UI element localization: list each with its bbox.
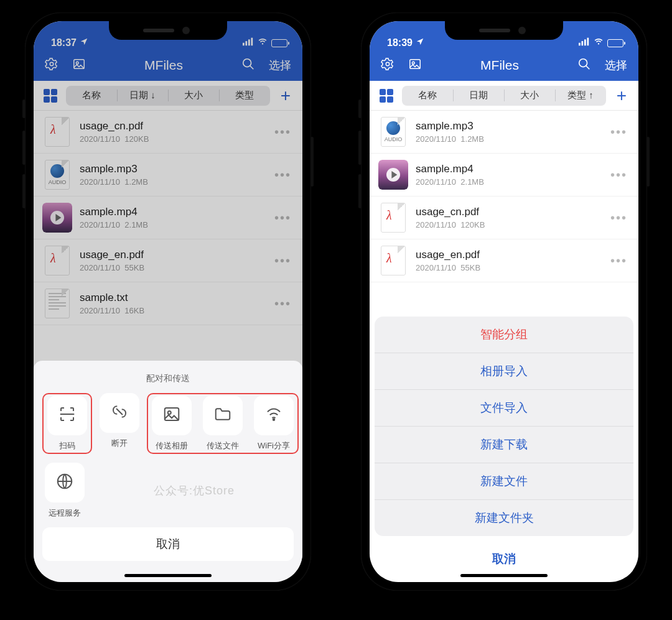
- sort-type[interactable]: 类型 ↑: [555, 86, 606, 105]
- file-row[interactable]: sample.mp4 2020/11/10 2.1MB •••: [370, 154, 638, 197]
- action-item[interactable]: 新建下载: [375, 427, 633, 463]
- nav-bar: MFiles 选择: [370, 50, 638, 81]
- send-photos-option[interactable]: 传送相册: [149, 396, 194, 451]
- wifi-share-label: WiFi分享: [258, 440, 290, 451]
- send-photos-label: 传送相册: [156, 440, 188, 451]
- app-title: MFiles: [480, 58, 519, 73]
- status-time: 18:39: [387, 37, 413, 49]
- sort-row: 名称 日期 大小 类型 ↑ +: [370, 81, 638, 111]
- transfer-sheet: 配对和传送 扫码 断开 传送相册: [34, 361, 302, 582]
- sort-segmented: 名称 日期 大小 类型 ↑: [402, 86, 606, 106]
- file-meta: 2020/11/10 55KB: [416, 263, 600, 272]
- sheet-title: 配对和传送: [42, 373, 294, 384]
- image-icon: [162, 405, 181, 426]
- svg-point-18: [412, 62, 414, 64]
- home-indicator[interactable]: [124, 574, 212, 577]
- file-thumb-video: [378, 160, 408, 190]
- svg-point-10: [273, 419, 275, 421]
- notch: [109, 21, 227, 40]
- sort-name[interactable]: 名称: [402, 86, 453, 105]
- file-name: usage_cn.pdf: [416, 206, 600, 218]
- sort-size[interactable]: 大小: [504, 86, 555, 105]
- action-group: 智能分组相册导入文件导入新建下载新建文件新建文件夹: [375, 317, 633, 536]
- sheet-cancel-button[interactable]: 取消: [42, 527, 294, 561]
- file-name: usage_en.pdf: [416, 249, 600, 261]
- file-row[interactable]: λ usage_cn.pdf 2020/11/10 120KB •••: [370, 197, 638, 239]
- add-button[interactable]: +: [612, 86, 631, 106]
- scan-icon: [58, 405, 77, 426]
- battery-icon: [607, 39, 623, 47]
- svg-rect-14: [584, 39, 586, 45]
- action-item[interactable]: 相册导入: [375, 353, 633, 390]
- wifi-share-option[interactable]: WiFi分享: [251, 396, 296, 451]
- scan-option[interactable]: 扫码: [45, 396, 90, 451]
- search-icon[interactable]: [577, 57, 591, 73]
- gallery-icon[interactable]: [408, 57, 422, 73]
- svg-point-16: [386, 62, 390, 66]
- svg-rect-13: [582, 41, 584, 45]
- wifi-share-icon: [264, 405, 283, 426]
- more-icon[interactable]: •••: [608, 125, 630, 139]
- highlight-box-2: 传送相册 传送文件 WiFi分享: [147, 393, 299, 454]
- unlink-icon: [110, 402, 129, 423]
- phone-right: 18:39 MFiles 选择 名称 日期: [361, 12, 647, 591]
- send-files-label: 传送文件: [207, 440, 239, 451]
- action-item[interactable]: 新建文件: [375, 463, 633, 500]
- remote-service-option[interactable]: 远程服务: [42, 463, 87, 519]
- action-sheet: 智能分组相册导入文件导入新建下载新建文件新建文件夹 取消: [375, 317, 633, 577]
- svg-point-19: [579, 59, 587, 67]
- action-item[interactable]: 文件导入: [375, 390, 633, 427]
- file-name: sample.mp3: [416, 120, 600, 132]
- remote-service-label: 远程服务: [49, 507, 81, 519]
- file-thumb-pdf: λ: [378, 203, 408, 233]
- file-meta: 2020/11/10 2.1MB: [416, 177, 600, 187]
- notch: [445, 21, 563, 40]
- more-icon[interactable]: •••: [608, 254, 630, 268]
- folder-icon: [213, 405, 232, 426]
- wifi-icon: [593, 37, 604, 49]
- settings-icon[interactable]: [381, 57, 394, 73]
- file-name: sample.mp4: [416, 163, 600, 175]
- file-meta: 2020/11/10 1.2MB: [416, 134, 600, 144]
- file-thumb-audio: AUDIO: [378, 117, 408, 147]
- file-row[interactable]: λ usage_en.pdf 2020/11/10 55KB •••: [370, 239, 638, 282]
- svg-rect-12: [579, 43, 581, 46]
- action-item[interactable]: 新建文件夹: [375, 500, 633, 536]
- home-indicator[interactable]: [460, 574, 548, 577]
- disconnect-option[interactable]: 断开: [100, 393, 139, 454]
- disconnect-label: 断开: [111, 438, 128, 449]
- globe-icon: [55, 472, 74, 493]
- scan-label: 扫码: [59, 440, 75, 451]
- cellular-icon: [579, 37, 590, 49]
- phone-left: 18:37 MFiles 选择: [25, 12, 311, 591]
- more-icon[interactable]: •••: [608, 211, 630, 225]
- location-arrow-icon: [416, 37, 424, 49]
- svg-point-9: [168, 411, 171, 414]
- send-files-option[interactable]: 传送文件: [200, 396, 245, 451]
- sort-date[interactable]: 日期: [453, 86, 504, 105]
- file-meta: 2020/11/10 120KB: [416, 220, 600, 229]
- select-button[interactable]: 选择: [605, 58, 627, 73]
- svg-rect-15: [587, 38, 589, 46]
- highlight-box-1: 扫码: [42, 393, 92, 454]
- grid-view-button[interactable]: [377, 86, 396, 105]
- action-item[interactable]: 智能分组: [375, 317, 633, 353]
- action-cancel-button[interactable]: 取消: [375, 541, 633, 577]
- watermark-text: 公众号:优Store: [95, 483, 294, 498]
- file-thumb-pdf: λ: [378, 246, 408, 275]
- sheet-row-1: 扫码 断开 传送相册 传送文件: [42, 393, 294, 454]
- file-row[interactable]: AUDIO sample.mp3 2020/11/10 1.2MB •••: [370, 111, 638, 154]
- more-icon[interactable]: •••: [608, 168, 630, 182]
